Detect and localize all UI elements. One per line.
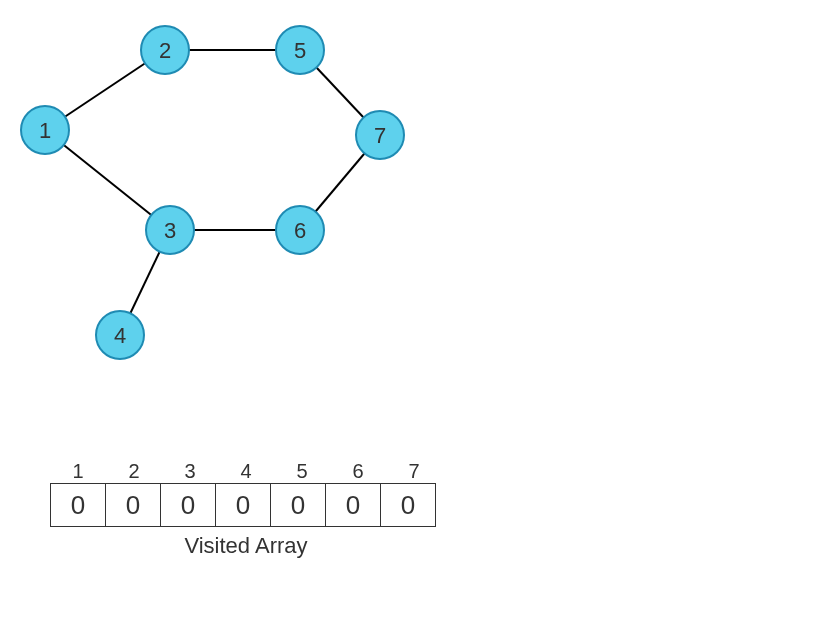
node-label: 2 <box>159 38 171 63</box>
array-value-row: 0 0 0 0 0 0 0 <box>50 483 442 527</box>
array-index: 3 <box>162 460 218 483</box>
array-cell: 0 <box>160 483 216 527</box>
node-4: 4 <box>96 311 144 359</box>
array-cell: 0 <box>215 483 271 527</box>
array-caption: Visited Array <box>50 533 442 559</box>
array-index-row: 1 2 3 4 5 6 7 <box>50 460 442 483</box>
array-cell: 0 <box>270 483 326 527</box>
array-index: 2 <box>106 460 162 483</box>
node-label: 4 <box>114 323 126 348</box>
array-index: 7 <box>386 460 442 483</box>
node-label: 3 <box>164 218 176 243</box>
node-1: 1 <box>21 106 69 154</box>
array-index: 1 <box>50 460 106 483</box>
node-label: 1 <box>39 118 51 143</box>
node-label: 5 <box>294 38 306 63</box>
array-cell: 0 <box>50 483 106 527</box>
array-cell: 0 <box>325 483 381 527</box>
array-index: 4 <box>218 460 274 483</box>
array-index: 5 <box>274 460 330 483</box>
node-6: 6 <box>276 206 324 254</box>
node-2: 2 <box>141 26 189 74</box>
array-index: 6 <box>330 460 386 483</box>
array-cell: 0 <box>105 483 161 527</box>
node-5: 5 <box>276 26 324 74</box>
graph-diagram: 1 2 3 4 5 6 7 <box>0 0 819 400</box>
node-7: 7 <box>356 111 404 159</box>
node-label: 6 <box>294 218 306 243</box>
array-cell: 0 <box>380 483 436 527</box>
node-label: 7 <box>374 123 386 148</box>
node-3: 3 <box>146 206 194 254</box>
visited-array: 1 2 3 4 5 6 7 0 0 0 0 0 0 0 Visited Arra… <box>50 460 442 559</box>
